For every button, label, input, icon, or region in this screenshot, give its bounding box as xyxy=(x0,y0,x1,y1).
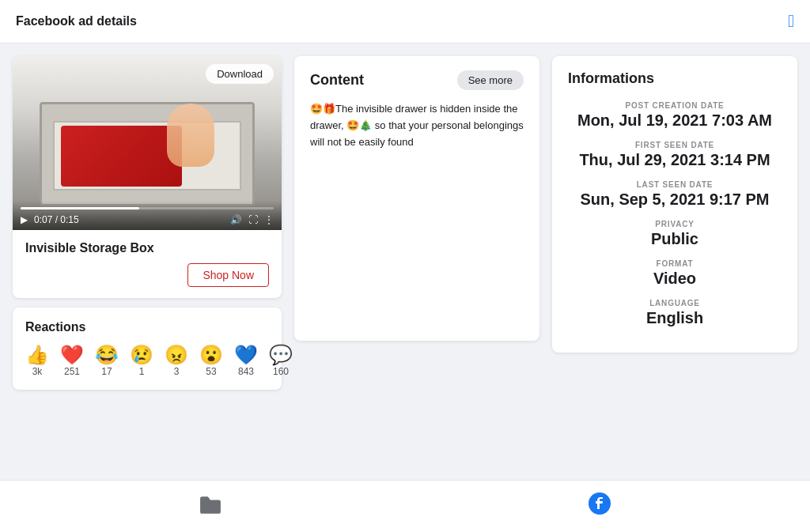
privacy-section: PRIVACY Public xyxy=(568,220,782,248)
middle-panel: Content See more 🤩🎁The invisible drawer … xyxy=(294,56,539,467)
content-header: Content See more xyxy=(310,70,524,90)
language-section: LANGUAGE English xyxy=(568,299,782,327)
post-creation-value: Mon, Jul 19, 2021 7:03 AM xyxy=(568,111,782,130)
wow-emoji: 😮 xyxy=(199,345,223,364)
ad-card: Download ▶ 0:07 / 0:15 🔊 xyxy=(13,56,282,298)
shop-now-button[interactable]: Shop Now xyxy=(187,263,269,287)
first-seen-value: Thu, Jul 29, 2021 3:14 PM xyxy=(568,151,782,169)
red-package xyxy=(61,126,182,187)
play-icon[interactable]: ▶ xyxy=(21,214,28,225)
like-emoji: 👍 xyxy=(25,345,49,364)
video-controls: ▶ 0:07 / 0:15 🔊 ⛶ ⋮ xyxy=(13,201,282,230)
privacy-label: PRIVACY xyxy=(568,220,782,228)
volume-icon[interactable]: 🔊 xyxy=(230,214,242,225)
like-count: 3k xyxy=(32,366,43,377)
share-emoji: 💙 xyxy=(234,345,258,364)
language-value: English xyxy=(568,309,782,327)
reactions-row: 👍 3k ❤️ 251 😂 17 😢 1 xyxy=(25,345,269,377)
last-seen-value: Sun, Sep 5, 2021 9:17 PM xyxy=(568,191,782,209)
comment-emoji: 💬 xyxy=(269,345,293,364)
last-seen-section: LAST SEEN DATE Sun, Sep 5, 2021 9:17 PM xyxy=(568,180,782,209)
reaction-comment: 💬 160 xyxy=(269,345,293,377)
haha-count: 17 xyxy=(101,366,112,377)
page-title: Facebook ad details xyxy=(16,14,137,28)
download-button[interactable]: Download xyxy=(206,64,274,84)
post-creation-label: POST CREATION DATE xyxy=(568,101,782,110)
format-label: FORMAT xyxy=(568,259,782,268)
controls-left: ▶ 0:07 / 0:15 xyxy=(21,214,79,225)
format-value: Video xyxy=(568,270,782,288)
info-card: Informations POST CREATION DATE Mon, Jul… xyxy=(552,56,797,353)
reaction-angry: 😠 3 xyxy=(165,345,188,377)
controls-row: ▶ 0:07 / 0:15 🔊 ⛶ ⋮ xyxy=(21,214,274,225)
content-text: 🤩🎁The invisible drawer is hidden inside … xyxy=(310,101,524,150)
reaction-wow: 😮 53 xyxy=(199,345,223,377)
angry-count: 3 xyxy=(174,366,180,377)
angry-emoji: 😠 xyxy=(165,345,188,364)
folder-icon[interactable] xyxy=(199,495,221,519)
video-container: Download ▶ 0:07 / 0:15 🔊 xyxy=(13,56,282,230)
content-title: Content xyxy=(310,72,364,89)
reaction-haha: 😂 17 xyxy=(95,345,119,377)
last-seen-label: LAST SEEN DATE xyxy=(568,180,782,189)
reactions-title: Reactions xyxy=(25,320,269,334)
reaction-sad: 😢 1 xyxy=(130,345,153,377)
sad-emoji: 😢 xyxy=(130,345,153,364)
sad-count: 1 xyxy=(139,366,145,377)
ad-title: Invisible Storage Box xyxy=(25,241,269,255)
progress-fill xyxy=(21,207,139,209)
reaction-like: 👍 3k xyxy=(25,345,49,377)
facebook-logo-icon:  xyxy=(788,11,794,32)
first-seen-section: FIRST SEEN DATE Thu, Jul 29, 2021 3:14 P… xyxy=(568,141,782,169)
comment-count: 160 xyxy=(273,366,289,377)
facebook-footer-icon[interactable] xyxy=(588,492,611,521)
footer xyxy=(0,480,810,532)
privacy-value: Public xyxy=(568,230,782,248)
header: Facebook ad details  xyxy=(0,0,810,43)
progress-bar[interactable] xyxy=(21,207,274,209)
love-count: 251 xyxy=(64,366,80,377)
share-count: 843 xyxy=(238,366,254,377)
see-more-button[interactable]: See more xyxy=(457,70,524,90)
page-wrapper: Facebook ad details  Download xyxy=(0,0,810,532)
right-panel: Informations POST CREATION DATE Mon, Jul… xyxy=(552,56,797,467)
informations-title: Informations xyxy=(568,70,782,87)
hand-indicator xyxy=(167,104,214,167)
ad-info: Invisible Storage Box Shop Now xyxy=(13,230,282,298)
video-time: 0:07 / 0:15 xyxy=(34,214,79,225)
love-emoji: ❤️ xyxy=(60,345,84,364)
first-seen-label: FIRST SEEN DATE xyxy=(568,141,782,149)
content-card: Content See more 🤩🎁The invisible drawer … xyxy=(294,56,539,341)
reaction-love: ❤️ 251 xyxy=(60,345,84,377)
reactions-card: Reactions 👍 3k ❤️ 251 😂 17 � xyxy=(13,308,282,390)
post-creation-section: POST CREATION DATE Mon, Jul 19, 2021 7:0… xyxy=(568,101,782,130)
main-content: Download ▶ 0:07 / 0:15 🔊 xyxy=(0,43,810,480)
reaction-share: 💙 843 xyxy=(234,345,258,377)
haha-emoji: 😂 xyxy=(95,345,119,364)
left-panel: Download ▶ 0:07 / 0:15 🔊 xyxy=(13,56,282,467)
more-options-icon[interactable]: ⋮ xyxy=(264,214,274,225)
wow-count: 53 xyxy=(206,366,216,377)
format-section: FORMAT Video xyxy=(568,259,782,288)
language-label: LANGUAGE xyxy=(568,299,782,308)
fullscreen-icon[interactable]: ⛶ xyxy=(248,214,258,225)
controls-right: 🔊 ⛶ ⋮ xyxy=(230,214,274,225)
